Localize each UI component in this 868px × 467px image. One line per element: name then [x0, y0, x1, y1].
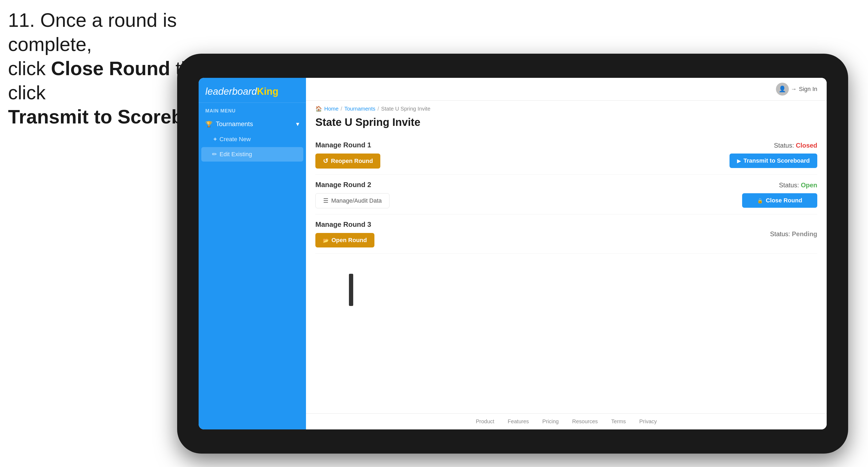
logo-text: leaderboardKing — [205, 86, 278, 97]
instruction-close-round-bold: Close Round — [51, 58, 170, 79]
round-2-status: Status: Open — [779, 181, 817, 189]
sidebar-logo: leaderboardKing — [198, 78, 306, 103]
transmit-icon — [737, 157, 741, 164]
reopen-round-button[interactable]: Reopen Round — [315, 154, 380, 168]
reopen-icon — [323, 157, 328, 165]
open-round-icon — [323, 237, 329, 244]
manage-audit-data-button[interactable]: Manage/Audit Data — [315, 193, 390, 208]
breadcrumb-sep2: / — [378, 106, 379, 112]
footer: Product Features Pricing Resources Terms… — [306, 413, 827, 429]
tablet-side-button — [349, 274, 353, 306]
plus-icon — [213, 136, 217, 143]
footer-product[interactable]: Product — [476, 418, 494, 425]
transmit-to-scoreboard-button[interactable]: Transmit to Scoreboard — [730, 154, 817, 168]
round-2-title: Manage Round 2 — [315, 181, 390, 189]
instruction-number: 11. — [8, 9, 35, 31]
round-3-right: Status: Pending — [770, 230, 817, 238]
breadcrumb-icon: 🏠 — [315, 105, 322, 112]
round-2-status-value: Open — [801, 181, 817, 189]
sidebar-item-create-new[interactable]: Create New — [198, 132, 306, 147]
round-1-title: Manage Round 1 — [315, 141, 380, 149]
breadcrumb-home[interactable]: Home — [324, 106, 338, 112]
content-area: Manage Round 1 Reopen Round Status: Clos… — [306, 135, 827, 413]
main-content: Sign In 🏠 Home / Tournaments / State U S… — [306, 78, 827, 429]
logo-leaderboard: leaderboard — [205, 86, 257, 97]
chevron-down-icon — [296, 120, 299, 128]
signin-icon — [791, 86, 797, 93]
round-3-title: Manage Round 3 — [315, 220, 374, 229]
footer-privacy[interactable]: Privacy — [639, 418, 657, 425]
round-2-left: Manage Round 2 Manage/Audit Data — [315, 181, 390, 208]
footer-terms[interactable]: Terms — [611, 418, 626, 425]
round-1-right: Status: Closed Transmit to Scoreboard — [730, 142, 817, 168]
sidebar-nav: Tournaments Create New Edit Existing — [198, 116, 306, 429]
footer-pricing[interactable]: Pricing — [542, 418, 559, 425]
open-round-label: Open Round — [332, 237, 367, 244]
close-round-label: Close Round — [766, 197, 802, 204]
avatar — [776, 83, 789, 96]
round-2-right: Status: Open Close Round — [742, 181, 817, 208]
tournaments-left: Tournaments — [205, 120, 253, 128]
tournaments-label: Tournaments — [216, 120, 253, 128]
breadcrumb-current: State U Spring Invite — [381, 106, 430, 112]
close-round-icon — [757, 197, 763, 204]
logo-king: King — [257, 86, 278, 97]
reopen-round-label: Reopen Round — [331, 158, 373, 164]
round-1-left: Manage Round 1 Reopen Round — [315, 141, 380, 168]
trophy-icon — [205, 120, 213, 128]
audit-label: Manage/Audit Data — [331, 197, 382, 204]
signin-label: Sign In — [799, 86, 817, 93]
breadcrumb-sep1: / — [341, 106, 342, 112]
edit-existing-label: Edit Existing — [220, 151, 252, 158]
round-3-status: Status: Pending — [770, 230, 817, 238]
sidebar-item-edit-existing[interactable]: Edit Existing — [201, 147, 303, 162]
footer-resources[interactable]: Resources — [572, 418, 598, 425]
round-1-status: Status: Closed — [774, 142, 817, 149]
edit-icon — [212, 151, 217, 158]
breadcrumb-tournaments[interactable]: Tournaments — [344, 106, 375, 112]
topbar: Sign In — [306, 78, 827, 101]
user-icon — [779, 86, 786, 93]
create-new-label: Create New — [220, 136, 251, 143]
round-3-card: Manage Round 3 Open Round Status: Pendin… — [315, 214, 817, 254]
menu-label: MAIN MENU — [198, 103, 306, 116]
round-1-status-value: Closed — [796, 142, 817, 149]
signin-button[interactable]: Sign In — [776, 83, 817, 96]
page-title: State U Spring Invite — [306, 114, 827, 135]
tablet-device: leaderboardKing MAIN MENU Tournaments — [177, 54, 848, 454]
instruction-line2-prefix: click — [8, 58, 51, 79]
round-2-card: Manage Round 2 Manage/Audit Data Status:… — [315, 175, 817, 214]
sidebar: leaderboardKing MAIN MENU Tournaments — [198, 78, 306, 429]
round-3-left: Manage Round 3 Open Round — [315, 220, 374, 247]
app-container: leaderboardKing MAIN MENU Tournaments — [198, 78, 827, 429]
breadcrumb: 🏠 Home / Tournaments / State U Spring In… — [306, 101, 827, 114]
footer-features[interactable]: Features — [508, 418, 529, 425]
round-3-status-value: Pending — [792, 230, 817, 238]
open-round-button[interactable]: Open Round — [315, 233, 374, 247]
tablet-screen: leaderboardKing MAIN MENU Tournaments — [198, 78, 827, 429]
round-1-card: Manage Round 1 Reopen Round Status: Clos… — [315, 135, 817, 175]
close-round-button[interactable]: Close Round — [742, 193, 817, 208]
audit-icon — [323, 197, 329, 204]
transmit-label: Transmit to Scoreboard — [743, 157, 810, 164]
sidebar-item-tournaments[interactable]: Tournaments — [198, 116, 306, 132]
